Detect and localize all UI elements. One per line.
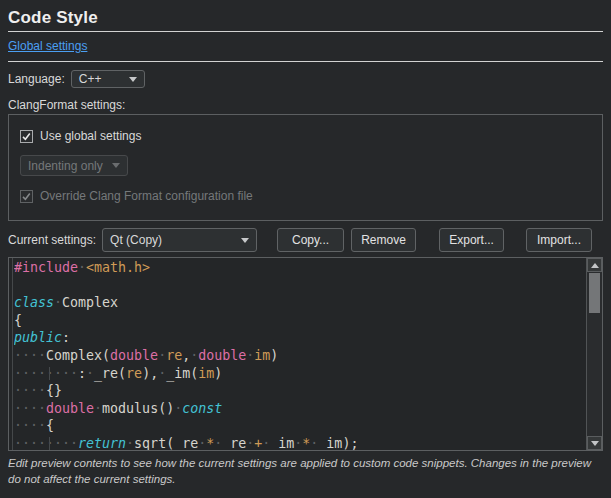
current-settings-row: Current settings: Qt (Copy) Copy... Remo… bbox=[8, 228, 603, 252]
import-button[interactable]: Import... bbox=[526, 228, 592, 252]
chevron-down-icon bbox=[112, 163, 120, 168]
current-settings-label: Current settings: bbox=[8, 233, 96, 247]
link-divider bbox=[8, 61, 603, 62]
formatting-mode-dropdown: Indenting only bbox=[20, 155, 128, 176]
checkbox-icon bbox=[20, 130, 33, 143]
scroll-down-button[interactable] bbox=[587, 436, 602, 450]
clangformat-groupbox: Use global settings Indenting only Overr… bbox=[8, 114, 603, 221]
code-line: ····{ bbox=[14, 417, 586, 435]
triangle-down-icon bbox=[591, 441, 599, 446]
vertical-scrollbar[interactable] bbox=[586, 258, 602, 450]
code-line: ····{} bbox=[14, 382, 586, 400]
chevron-down-icon bbox=[241, 238, 249, 243]
page-title: Code Style bbox=[8, 0, 603, 29]
global-settings-link[interactable]: Global settings bbox=[8, 39, 87, 54]
remove-button[interactable]: Remove bbox=[351, 228, 416, 252]
current-settings-dropdown-value: Qt (Copy) bbox=[110, 233, 162, 247]
checkbox-icon bbox=[20, 190, 33, 203]
language-label: Language: bbox=[8, 72, 65, 86]
clangformat-section-label: ClangFormat settings: bbox=[8, 98, 603, 113]
code-line bbox=[14, 277, 586, 295]
indent-guide bbox=[49, 367, 50, 381]
code-line: { bbox=[14, 312, 586, 330]
language-dropdown[interactable]: C++ bbox=[71, 70, 145, 88]
code-line: ········return·sqrt(_re·*·_re·+·_im·*·_i… bbox=[14, 435, 586, 450]
export-button[interactable]: Export... bbox=[439, 228, 504, 252]
scroll-up-button[interactable] bbox=[587, 258, 602, 272]
current-settings-dropdown[interactable]: Qt (Copy) bbox=[102, 228, 257, 252]
code-style-page: Code Style Global settings Language: C++… bbox=[0, 0, 611, 487]
code-line: ····Complex(double·re,·double·im) bbox=[14, 347, 586, 365]
code-line: #include·<math.h> bbox=[14, 259, 586, 277]
override-clangformat-label: Override Clang Format configuration file bbox=[40, 189, 253, 203]
use-global-settings-checkbox[interactable]: Use global settings bbox=[20, 128, 591, 144]
editor-gutter-line bbox=[12, 258, 13, 450]
code-line: public: bbox=[14, 329, 586, 347]
use-global-settings-label: Use global settings bbox=[40, 129, 141, 143]
formatting-mode-dropdown-value: Indenting only bbox=[28, 159, 103, 173]
title-divider bbox=[8, 31, 603, 32]
code-preview-editor[interactable]: #include·<math.h>class·Complex{public:··… bbox=[8, 257, 603, 451]
override-clangformat-checkbox: Override Clang Format configuration file bbox=[20, 188, 591, 204]
language-row: Language: C++ bbox=[8, 70, 603, 88]
code-line: ····double·modulus()·const bbox=[14, 400, 586, 418]
chevron-down-icon bbox=[129, 77, 137, 82]
indent-guide bbox=[49, 437, 50, 450]
code-area[interactable]: #include·<math.h>class·Complex{public:··… bbox=[14, 259, 586, 450]
triangle-up-icon bbox=[591, 263, 599, 268]
language-dropdown-value: C++ bbox=[79, 72, 102, 86]
footer-note: Edit preview contents to see how the cur… bbox=[8, 456, 605, 487]
copy-button[interactable]: Copy... bbox=[277, 228, 344, 252]
scrollbar-thumb[interactable] bbox=[589, 273, 600, 313]
code-line: ········:·_re(re),·_im(im) bbox=[14, 365, 586, 383]
code-line: class·Complex bbox=[14, 294, 586, 312]
